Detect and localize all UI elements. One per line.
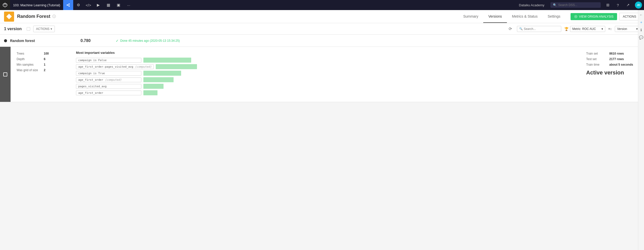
var-row-3: age_first_order (computed) xyxy=(76,77,574,82)
right-sidebar-info-icon[interactable]: ℹ xyxy=(638,27,644,33)
var-row-5: age_first_order xyxy=(76,90,574,95)
param-label-depth: Depth xyxy=(17,57,42,61)
user-avatar[interactable]: JD xyxy=(635,2,642,9)
param-value-depth: 6 xyxy=(44,57,46,61)
var-label-4: pages_visited_avg xyxy=(76,84,141,89)
var-bar-container-0 xyxy=(143,58,194,63)
top-nav-right-icons: ⊞ ? ↗ JD xyxy=(603,0,644,10)
param-row-grid-size: Was grid of size 2 xyxy=(17,68,65,72)
param-label-grid-size: Was grid of size xyxy=(17,68,42,72)
check-icon: ✓ xyxy=(116,39,119,43)
flow-icon-btn[interactable] xyxy=(63,0,73,10)
tab-versions[interactable]: Versions xyxy=(483,10,507,23)
more-icon-btn[interactable]: ··· xyxy=(124,0,134,10)
param-label-min-samples: Min samples xyxy=(17,63,42,66)
param-label-trees: Trees xyxy=(17,52,42,55)
top-nav: 103: Machine Learning (Tutorial) ⚙ </> ▶… xyxy=(0,0,644,10)
secondary-header: Random Forest ⓘ Summary Versions Metrics… xyxy=(0,10,644,23)
right-sidebar-add-icon[interactable]: ＋ xyxy=(638,20,644,25)
trophy-icon: 🏆 xyxy=(564,27,569,31)
param-row-depth: Depth 6 xyxy=(17,57,65,61)
var-bar-container-3 xyxy=(143,77,194,82)
tab-settings[interactable]: Settings xyxy=(543,10,566,23)
right-sidebar-back-icon[interactable]: ← xyxy=(638,12,644,18)
stat-label-train-set: Train set xyxy=(586,52,606,55)
param-value-grid-size: 2 xyxy=(44,68,46,72)
param-row-trees: Trees 100 xyxy=(17,52,65,55)
stat-value-train-time: about 5 seconds xyxy=(609,63,633,66)
metric-chevron-icon: ▾ xyxy=(601,27,603,31)
svg-rect-2 xyxy=(69,6,70,7)
var-row-0: campaign is False xyxy=(76,58,574,63)
refresh-icon[interactable]: ⟳ xyxy=(507,25,514,32)
var-bar-1 xyxy=(156,64,197,69)
toolbar: 1 version ACTIONS ▾ ⟳ 🔍 🏆 Metric: ROC AU… xyxy=(0,23,644,35)
important-vars-title: Most important variables xyxy=(76,51,574,55)
toolbar-search-box[interactable]: 🔍 xyxy=(517,26,561,32)
metric-selector: 🏆 Metric: ROC AUC ▾ xyxy=(564,26,605,32)
param-value-trees: 100 xyxy=(44,52,49,55)
scrollable-content: Random forest 0.780 ✓ Done 45 minutes ag… xyxy=(0,35,644,250)
var-bar-container-2 xyxy=(143,71,194,76)
version-dropdown[interactable]: Version ▾ xyxy=(615,26,640,32)
model-score: 0.780 xyxy=(80,38,101,43)
model-checkbox[interactable] xyxy=(3,72,7,76)
tab-metrics-status[interactable]: Metrics & Status xyxy=(507,10,543,23)
academy-label: Dataiku Academy xyxy=(515,3,548,7)
content-area: Random Forest ⓘ Summary Versions Metrics… xyxy=(0,10,644,250)
svg-line-3 xyxy=(68,4,69,5)
analytics-icon-btn[interactable]: ↗ xyxy=(623,0,633,10)
chevron-down-icon: ▾ xyxy=(51,27,52,31)
var-row-2: campaign is True xyxy=(76,71,574,76)
tab-summary[interactable]: Summary xyxy=(458,10,483,23)
app-title: 103: Machine Learning (Tutorial) xyxy=(10,3,63,7)
var-bar-container-1 xyxy=(156,64,206,69)
var-label-5: age_first_order xyxy=(76,91,141,95)
header-actions: VIEW ORIGIN ANALYSIS ACTIONS xyxy=(571,13,640,20)
var-bar-5 xyxy=(143,90,157,95)
app-body: Random Forest ⓘ Summary Versions Metrics… xyxy=(0,10,644,250)
view-origin-button[interactable]: VIEW ORIGIN ANALYSIS xyxy=(571,13,617,20)
model-details: Trees 100 Depth 6 Min samples 1 Was grid… xyxy=(0,47,644,102)
dashboard-icon-btn[interactable]: ▦ xyxy=(103,0,113,10)
svg-rect-1 xyxy=(69,4,70,5)
right-sidebar-chat-icon[interactable]: 💬 xyxy=(638,35,644,40)
settings-icon-btn[interactable]: ⚙ xyxy=(73,0,83,10)
model-params: Trees 100 Depth 6 Min samples 1 Was grid… xyxy=(11,47,71,102)
model-logo-diamond xyxy=(6,14,12,19)
info-icon[interactable]: ⓘ xyxy=(52,14,56,19)
search-icon: 🔍 xyxy=(553,3,557,7)
sort-icon[interactable]: ≡↕ xyxy=(608,27,612,31)
var-bar-3 xyxy=(143,77,174,82)
search-box[interactable]: 🔍 xyxy=(550,2,601,8)
toolbar-search-input[interactable] xyxy=(524,27,559,31)
play-icon-btn[interactable]: ▶ xyxy=(93,0,103,10)
grid-icon-btn[interactable]: ⊞ xyxy=(603,0,613,10)
actions-button[interactable]: ACTIONS xyxy=(619,13,640,20)
var-label-0: campaign is False xyxy=(76,58,141,63)
search-input[interactable] xyxy=(558,3,598,7)
notebook-icon-btn[interactable]: ▣ xyxy=(113,0,124,10)
var-bar-0 xyxy=(143,58,191,63)
stat-row-train-time: Train time about 5 seconds xyxy=(586,63,636,66)
model-status: ✓ Done 45 minutes ago (2020-05-13 15:34:… xyxy=(116,39,180,43)
model-name: Random forest xyxy=(10,39,60,43)
toolbar-actions-button[interactable]: ACTIONS ▾ xyxy=(33,26,55,32)
stat-label-train-time: Train time xyxy=(586,63,606,66)
stat-value-test-set: 2177 rows xyxy=(609,57,624,61)
metric-dropdown[interactable]: Metric: ROC AUC ▾ xyxy=(570,26,605,32)
var-bar-container-4 xyxy=(143,84,194,89)
code-icon-btn[interactable]: </> xyxy=(83,0,93,10)
help-icon-btn[interactable]: ? xyxy=(613,0,623,10)
svg-rect-0 xyxy=(67,5,68,6)
app-logo[interactable] xyxy=(0,0,10,10)
right-sidebar: ← ＋ ℹ 💬 xyxy=(638,10,644,250)
important-vars: Most important variables campaign is Fal… xyxy=(71,47,579,102)
select-all-checkbox[interactable] xyxy=(27,27,30,31)
stat-row-test-set: Test set 2177 rows xyxy=(586,57,636,61)
model-dot xyxy=(4,39,7,42)
var-row-4: pages_visited_avg xyxy=(76,84,574,89)
model-row-header: Random forest 0.780 ✓ Done 45 minutes ag… xyxy=(0,35,644,47)
status-text: Done 45 minutes ago (2020-05-13 15:34:25… xyxy=(120,39,180,43)
param-value-min-samples: 1 xyxy=(44,63,46,66)
